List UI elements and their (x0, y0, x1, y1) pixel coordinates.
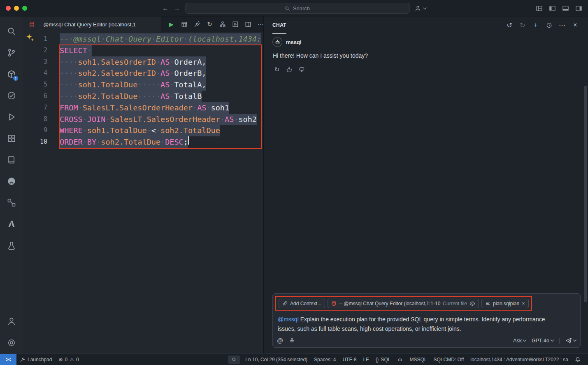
disconnect-button[interactable] (191, 19, 203, 30)
thumbs-down-button[interactable] (297, 65, 306, 74)
activity-item-search[interactable] (2, 21, 21, 42)
activity-item-query-history[interactable] (2, 85, 21, 106)
code-line[interactable]: 2SELECT· (23, 45, 263, 56)
copilot-sparkle-icon[interactable] (26, 33, 34, 42)
code-editor[interactable]: 1--·@mssql·Chat·Query·Editor·(localhost,… (23, 32, 263, 353)
line-number: 4 (23, 68, 47, 79)
run-query-button[interactable]: ▶ (165, 19, 177, 30)
line-number: 7 (23, 102, 47, 114)
maximize-window-button[interactable] (22, 6, 27, 11)
context-chip-current-file[interactable]: -- @mssql Chat Query Editor (localhost,1… (328, 299, 479, 308)
code-line[interactable]: 4····soh2.SalesOrderID·AS·OrderB, (23, 68, 263, 79)
context-chip-label: -- @mssql Chat Query Editor (localhost,1… (339, 301, 440, 307)
annotation-box-context: Add Context... -- @mssql Chat Query Edit… (275, 296, 532, 311)
send-button[interactable] (565, 337, 576, 344)
history-forward-button[interactable]: → (174, 5, 180, 12)
query-results-button[interactable] (178, 19, 190, 30)
activity-item-remote-explorer[interactable]: 1 (2, 63, 21, 85)
copilot-status-button[interactable] (394, 354, 406, 365)
prompt-body: Explain the execution plan for the provi… (278, 316, 545, 332)
activity-item-extensions[interactable] (2, 128, 21, 149)
activity-item-source-control[interactable] (2, 42, 21, 63)
change-connection-button[interactable]: ↻ (204, 19, 216, 30)
add-context-button[interactable]: Add Context... (279, 299, 325, 308)
cursor-position-indicator[interactable]: Ln 10, Col 29 (354 selected) (242, 354, 311, 365)
chat-mode-dropdown[interactable]: Ask (513, 338, 526, 344)
microphone-button[interactable] (289, 337, 295, 344)
mssql-mention[interactable]: @mssql (278, 316, 299, 323)
toggle-secondary-sidebar-button[interactable] (575, 5, 582, 12)
connection-indicator[interactable]: localhost,1434 : AdventureWorksLT2022 : … (467, 354, 572, 365)
estimated-plan-button[interactable] (216, 19, 228, 30)
remove-chip-icon[interactable]: × (522, 300, 525, 307)
activity-item-notebooks[interactable] (2, 149, 21, 171)
activity-bar: 1 (0, 16, 23, 353)
launchpad-icon (20, 357, 26, 363)
launchpad-button[interactable]: Launchpad (16, 354, 55, 365)
database-icon (29, 21, 35, 28)
chevron-down-icon (551, 338, 554, 342)
code-line[interactable]: 1--·@mssql·Chat·Query·Editor·(localhost,… (23, 33, 263, 45)
activity-item-github[interactable] (2, 171, 21, 192)
indentation-indicator[interactable]: Spaces: 4 (311, 354, 339, 365)
source-control-icon (7, 48, 16, 57)
code-line[interactable]: 8CROSS·JOIN·SalesLT.SalesOrderHeader·AS·… (23, 114, 263, 125)
sqlcmd-indicator[interactable]: SQLCMD: Off (430, 354, 467, 365)
remote-indicator[interactable]: >< (0, 354, 16, 365)
chat-scrollbar[interactable] (584, 86, 587, 302)
command-center-search[interactable]: Search (185, 3, 409, 14)
mssql-status-button[interactable]: MSSQL (406, 354, 430, 365)
mention-context-button[interactable]: @ (277, 337, 283, 344)
bell-icon (575, 357, 581, 363)
problems-indicator[interactable]: ⊗ 0 ⚠ 0 (55, 354, 82, 365)
encoding-indicator[interactable]: UTF-8 (339, 354, 360, 365)
activity-item-labs[interactable] (2, 235, 21, 256)
divider (559, 338, 560, 344)
new-chat-button[interactable]: + (530, 20, 541, 30)
regenerate-button[interactable]: ↻ (272, 65, 281, 74)
close-window-button[interactable] (6, 6, 11, 11)
notifications-bell-button[interactable] (572, 354, 584, 365)
settings-button[interactable] (2, 332, 21, 353)
language-mode-indicator[interactable]: {} SQL (372, 354, 394, 365)
more-actions-button[interactable]: ⋯ (557, 20, 567, 30)
code-line[interactable]: 10ORDER·BY·soh2.TotalDue·DESC; (23, 136, 263, 148)
code-line[interactable]: 6····soh2.TotalDue·····AS·TotalB (23, 91, 263, 102)
eol-indicator[interactable]: LF (360, 354, 372, 365)
toggle-panel-button[interactable] (562, 5, 569, 12)
chat-author: mssql (286, 39, 302, 45)
redo-request-button[interactable]: ↻ (517, 20, 528, 30)
flask-icon (7, 241, 16, 250)
editor-tab[interactable]: -- @mssql Chat Query Editor (localhost,1 (23, 16, 161, 32)
chat-history-button[interactable] (544, 20, 554, 30)
history-back-button[interactable]: ← (162, 5, 169, 12)
gear-icon (7, 338, 16, 347)
activity-item-connections[interactable] (2, 192, 21, 213)
customize-layout-button[interactable] (536, 5, 543, 12)
code-line[interactable]: 7FROM·SalesLT.SalesOrderHeader·AS·soh1 (23, 102, 263, 114)
code-line[interactable]: 5····soh1.TotalDue·····AS·TotalA, (23, 79, 263, 91)
minimize-window-button[interactable] (14, 6, 19, 11)
toggle-primary-sidebar-button[interactable] (549, 5, 556, 12)
model-picker-dropdown[interactable]: GPT-4o (532, 338, 553, 344)
activity-item-run-debug[interactable] (2, 106, 21, 128)
account-menu-button[interactable] (414, 5, 426, 12)
split-editor-button[interactable] (242, 19, 254, 30)
chat-tab[interactable]: CHAT (272, 16, 286, 34)
close-panel-button[interactable]: × (570, 20, 581, 30)
code-line[interactable]: 3····soh1.SalesOrderID·AS·OrderA, (23, 56, 263, 68)
chat-submit-controls: Ask GPT-4o (513, 337, 576, 344)
eye-icon[interactable] (469, 301, 475, 307)
chat-prompt-text[interactable]: @mssql Explain the execution plan for th… (278, 315, 550, 334)
thumbs-up-button[interactable] (285, 65, 294, 74)
context-chip-sqlplan[interactable]: plan.sqlplan × (481, 299, 529, 308)
database-icon (331, 301, 337, 306)
chat-input-container[interactable]: Add Context... -- @mssql Chat Query Edit… (272, 293, 581, 348)
screencast-search-button[interactable] (228, 356, 240, 364)
undo-request-button[interactable]: ↺ (504, 20, 515, 30)
editor-group: -- @mssql Chat Query Editor (localhost,1… (23, 16, 264, 353)
accounts-button[interactable] (2, 311, 21, 332)
actual-plan-button[interactable] (229, 19, 241, 30)
code-line[interactable]: 9WHERE·soh1.TotalDue·<·soh2.TotalDue (23, 125, 263, 136)
activity-item-azure[interactable] (2, 213, 21, 235)
